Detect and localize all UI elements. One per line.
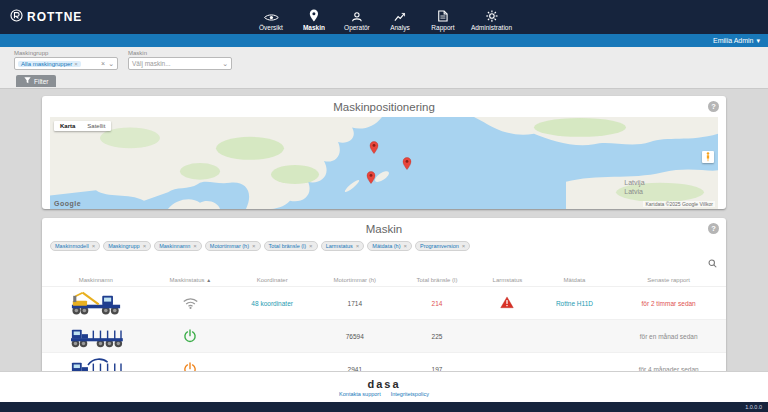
chevron-down-icon[interactable]: ⌄ <box>222 60 228 68</box>
map-type-satellit-button[interactable]: Satellit <box>81 121 111 131</box>
filter-chips: Maskinmodell×Maskingrupp×Maskinnamn×Moto… <box>42 239 726 254</box>
dasa-logo[interactable]: dasa <box>367 378 400 390</box>
bransle-value: 225 <box>432 333 443 340</box>
column-header[interactable]: Motortimmar (h) <box>313 274 397 287</box>
motortimmar-cell: 76594 <box>313 320 397 353</box>
filter-chip[interactable]: Programversion× <box>415 241 470 251</box>
map-canvas <box>50 117 718 209</box>
nav-item-översikt[interactable]: Översikt <box>256 9 286 31</box>
koordinater-cell <box>231 353 313 372</box>
nav-item-administration[interactable]: Administration <box>471 9 512 31</box>
street-view-pegman[interactable] <box>702 151 714 163</box>
funnel-icon <box>24 77 31 85</box>
filter-chip[interactable]: Maskingrupp× <box>103 241 151 251</box>
chip-label: Mätdata (h) <box>372 243 400 249</box>
nav-item-maskin[interactable]: Maskin <box>299 9 329 31</box>
footer-link[interactable]: Integritetspolicy <box>391 391 429 397</box>
filter-chip[interactable]: Total bränsle (l)× <box>264 241 318 251</box>
map-card-title: Maskinpositionering <box>42 96 726 117</box>
search-icon[interactable] <box>708 254 717 272</box>
column-header[interactable]: Maskinnamn <box>42 274 150 287</box>
top-header: ROTTNE ÖversiktMaskinOperatörAnalysRappo… <box>0 0 768 34</box>
column-header[interactable]: Koordinater <box>231 274 313 287</box>
chip-remove-icon[interactable]: × <box>309 243 313 249</box>
bransle-cell: 197 <box>397 353 478 372</box>
map-marker[interactable] <box>366 170 375 188</box>
chip-label: Programversion <box>420 243 459 249</box>
filter-chip[interactable]: Maskinmodell× <box>50 241 100 251</box>
main-content: Maskinpositionering ? <box>0 89 768 371</box>
chip-remove-icon[interactable]: × <box>462 243 466 249</box>
clear-icon[interactable]: × <box>101 60 105 68</box>
info-icon[interactable]: ? <box>708 223 719 234</box>
machine-group-label: Maskingrupp <box>14 50 118 56</box>
filter-chip[interactable]: Larmstatus× <box>321 241 365 251</box>
nav-item-analys[interactable]: Analys <box>385 9 415 31</box>
larmstatus-cell <box>477 320 537 353</box>
table-row[interactable]: 2941197för 4 månader sedan <box>42 353 726 372</box>
column-header[interactable]: Maskinstatus ▲ <box>150 274 232 287</box>
map-type-karta-button[interactable]: Karta <box>54 121 81 131</box>
app-logo[interactable]: ROTTNE <box>10 9 82 25</box>
table-header-row: MaskinnamnMaskinstatus ▲KoordinaterMotor… <box>42 274 726 287</box>
table-row[interactable]: 76594225för en månad sedan <box>42 320 726 353</box>
bottom-bar: 1.0.0.0 <box>0 402 768 412</box>
koordinater-link[interactable]: 48 koordinater <box>251 300 293 307</box>
chip-label: Total bränsle (l) <box>269 243 307 249</box>
warning-icon[interactable] <box>500 303 514 310</box>
filter-chip[interactable]: Maskinnamn× <box>154 241 202 251</box>
footer-link[interactable]: Kontakta support <box>339 391 381 397</box>
user-menu[interactable]: Emilia Admin ▾ <box>713 37 760 45</box>
chip-remove-icon[interactable]: × <box>143 243 147 249</box>
senast-cell: för 4 månader sedan <box>611 353 726 372</box>
table-body: 48 koordinater1714214Rottne H11Dför 2 ti… <box>42 287 726 372</box>
table-row[interactable]: 48 koordinater1714214Rottne H11Dför 2 ti… <box>42 287 726 320</box>
machine-status-cell <box>150 320 232 353</box>
bransle-value: 214 <box>432 300 443 307</box>
filter-chip[interactable]: Motortimmar (h)× <box>205 241 261 251</box>
machine-status-cell <box>150 353 232 372</box>
google-logo: Google <box>54 200 81 207</box>
chip-remove-icon[interactable]: × <box>403 243 407 249</box>
machine-map[interactable]: Karta Satellit Latvija Latvia Google Kar… <box>50 117 718 209</box>
matdata-link[interactable]: Rottne H11D <box>556 300 593 307</box>
chip-remove-icon[interactable]: × <box>193 243 197 249</box>
power-green-icon <box>183 337 197 344</box>
map-marker[interactable] <box>369 140 378 158</box>
koordinater-cell <box>231 320 313 353</box>
person-icon <box>351 9 363 22</box>
column-header[interactable]: Senaste rapport <box>611 274 726 287</box>
clear-icon[interactable]: × <box>74 61 78 67</box>
nav-item-operatör[interactable]: Operatör <box>342 9 372 31</box>
map-marker[interactable] <box>403 156 412 174</box>
senast-value: för 4 månader sedan <box>639 366 699 371</box>
machine-image-cell <box>42 320 150 353</box>
filter-chip[interactable]: Mätdata (h)× <box>367 241 412 251</box>
selected-group-value: Alla maskingrupper <box>21 61 72 67</box>
sort-arrow-icon: ▲ <box>206 277 211 283</box>
chevron-down-icon[interactable]: ⌄ <box>108 60 114 68</box>
chip-remove-icon[interactable]: × <box>92 243 96 249</box>
wifi-icon <box>182 303 199 310</box>
nav-item-label: Administration <box>471 24 512 31</box>
machine-image <box>68 309 124 316</box>
nav-item-label: Operatör <box>344 24 370 31</box>
column-header[interactable]: Mätdata <box>538 274 612 287</box>
chip-label: Motortimmar (h) <box>210 243 249 249</box>
machine-select-placeholder: Välj maskin... <box>132 60 171 67</box>
filter-toggle-button[interactable]: Filter <box>16 75 56 87</box>
larmstatus-cell <box>477 287 537 320</box>
chip-remove-icon[interactable]: × <box>356 243 360 249</box>
machine-select[interactable]: Välj maskin... ⌄ <box>128 57 232 70</box>
chip-remove-icon[interactable]: × <box>252 243 256 249</box>
nav-item-rapport[interactable]: Rapport <box>428 9 458 31</box>
filter-button-label: Filter <box>34 78 48 85</box>
info-icon[interactable]: ? <box>708 101 719 112</box>
rottne-logo-icon <box>10 9 23 25</box>
column-header[interactable]: Total bränsle (l) <box>397 274 478 287</box>
bransle-cell: 214 <box>397 287 478 320</box>
machine-group-select[interactable]: Alla maskingrupper × ×⌄ <box>14 57 118 70</box>
matdata-cell: Rottne H11D <box>538 287 612 320</box>
senast-cell: för 2 timmar sedan <box>611 287 726 320</box>
column-header[interactable]: Larmstatus <box>477 274 537 287</box>
